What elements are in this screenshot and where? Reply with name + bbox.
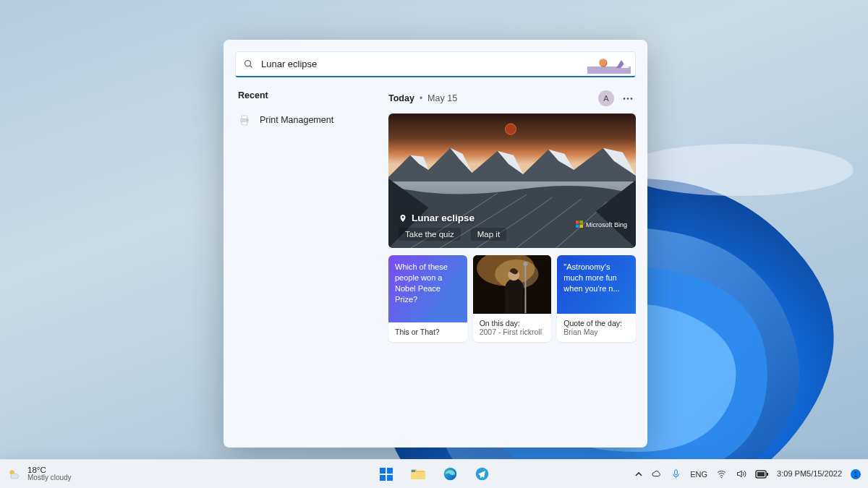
more-icon: [623, 98, 633, 100]
today-date: May 15: [427, 93, 457, 103]
bing-brand-label: Microsoft Bing: [586, 222, 627, 228]
weather-icon: [7, 467, 22, 481]
card-on-this-day[interactable]: On this day:2007 - First rickroll: [473, 255, 552, 342]
windows-logo-icon: [379, 467, 393, 481]
card-sub: 2007 - First rickroll: [480, 328, 542, 336]
cloud-icon: [651, 468, 662, 479]
svg-rect-47: [757, 472, 765, 476]
card-sub: Brian May: [563, 328, 597, 336]
notification-badge[interactable]: 1: [851, 469, 861, 479]
card-this-or-that[interactable]: Which of these people won a Nobel Peace …: [388, 255, 467, 342]
tray-microphone[interactable]: [671, 468, 681, 479]
svg-rect-9: [242, 116, 247, 119]
tray-language[interactable]: ENG: [690, 470, 707, 479]
taskbar: 18°C Mostly cloudy: [0, 459, 868, 488]
recent-column: Recent Print Management: [235, 87, 383, 440]
card-label: Quote of the day:: [563, 319, 622, 328]
windows-search-panel: Recent Print Management Today • May 15 A: [224, 40, 647, 448]
svg-rect-10: [242, 121, 247, 125]
battery-icon: [755, 470, 768, 479]
svg-point-12: [624, 98, 626, 100]
edge-icon: [443, 466, 458, 481]
more-button[interactable]: [620, 90, 636, 106]
search-input[interactable]: [261, 59, 628, 69]
svg-rect-25: [576, 221, 579, 224]
svg-rect-40: [412, 470, 415, 472]
system-tray: ENG 3:09 PM 5/15/2022 1: [635, 468, 861, 479]
hero-action-mapit[interactable]: Map it: [471, 228, 506, 241]
card-quote-of-day[interactable]: "Astronomy's much more fun when you're n…: [557, 255, 636, 342]
file-explorer-button[interactable]: [404, 461, 432, 488]
card-headline: "Astronomy's much more fun when you're n…: [563, 262, 619, 293]
recent-heading: Recent: [235, 90, 383, 100]
tray-overflow[interactable]: [635, 471, 642, 478]
hero-action-quiz[interactable]: Take the quiz: [399, 228, 461, 241]
search-icon: [243, 59, 254, 69]
svg-point-7: [598, 59, 606, 67]
svg-point-11: [247, 119, 248, 121]
svg-point-14: [631, 98, 633, 100]
svg-point-34: [523, 262, 527, 266]
svg-line-2: [250, 66, 252, 68]
wifi-icon: [716, 468, 727, 479]
printer-icon: [238, 114, 251, 127]
hero-card[interactable]: Lunar eclipse Take the quiz Map it Micro…: [388, 114, 636, 248]
svg-point-1: [245, 61, 251, 67]
hero-title: Lunar eclipse: [412, 213, 475, 223]
today-label: Today: [388, 93, 414, 103]
card-label: On this day:: [480, 319, 520, 328]
speaker-icon: [736, 468, 746, 479]
svg-rect-28: [579, 225, 583, 228]
tray-volume[interactable]: [736, 468, 746, 479]
microsoft-logo-icon: [576, 221, 583, 229]
tray-battery[interactable]: [755, 470, 768, 479]
svg-rect-43: [675, 470, 678, 475]
chevron-up-icon: [635, 471, 642, 478]
microphone-icon: [671, 468, 681, 479]
start-button[interactable]: [373, 461, 400, 488]
svg-point-0: [622, 144, 854, 196]
recent-item-print-management[interactable]: Print Management: [235, 109, 383, 131]
singer-image: [473, 255, 552, 313]
svg-rect-27: [576, 225, 579, 228]
tray-wifi[interactable]: [716, 468, 727, 479]
user-avatar[interactable]: A: [598, 90, 614, 106]
edge-button[interactable]: [436, 461, 464, 488]
svg-point-13: [627, 98, 629, 100]
taskbar-center: [373, 461, 495, 488]
telegram-icon: [475, 466, 490, 481]
telegram-button[interactable]: [468, 461, 495, 488]
clock-date: 5/15/2022: [807, 469, 842, 478]
location-pin-icon: [399, 214, 407, 223]
recent-item-label: Print Management: [260, 115, 333, 125]
card-headline: Which of these people won a Nobel Peace …: [395, 262, 448, 304]
svg-rect-36: [380, 468, 386, 474]
svg-rect-26: [579, 221, 583, 224]
today-column: Today • May 15 A: [383, 87, 636, 440]
bing-art: [587, 55, 631, 74]
weather-desc: Mostly cloudy: [27, 474, 72, 482]
svg-point-44: [721, 477, 723, 479]
clock-time: 3:09 PM: [777, 469, 807, 478]
folder-icon: [410, 468, 426, 481]
tray-onedrive[interactable]: [651, 468, 662, 479]
tray-clock[interactable]: 3:09 PM 5/15/2022: [777, 469, 842, 478]
svg-rect-39: [387, 475, 393, 481]
card-label: This or That?: [395, 328, 440, 336]
weather-widget[interactable]: 18°C Mostly cloudy: [7, 466, 72, 482]
svg-rect-38: [380, 475, 386, 481]
svg-rect-46: [767, 473, 768, 476]
search-box[interactable]: [235, 51, 636, 77]
svg-rect-37: [387, 468, 393, 474]
